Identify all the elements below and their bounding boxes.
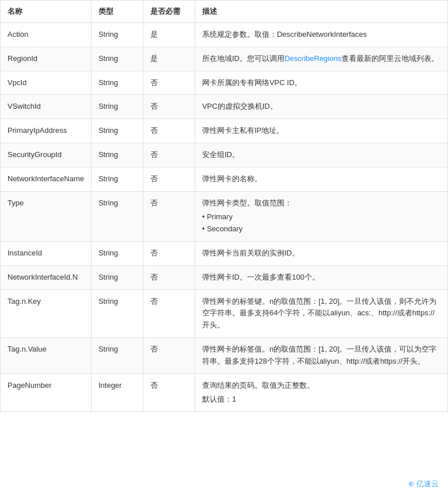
cell-name: RegionId (1, 47, 92, 71)
list-item: Secondary (202, 223, 441, 235)
params-table: 名称 类型 是否必需 描述 ActionString是系统规定参数。取值：Des… (0, 0, 448, 412)
cell-required: 否 (143, 241, 195, 265)
cell-name: InstanceId (1, 241, 92, 265)
cell-desc: 系统规定参数。取值：DescribeNetworkInterfaces (195, 23, 447, 47)
cell-required: 否 (143, 265, 195, 289)
cell-desc: 弹性网卡的标签键。n的取值范围：[1, 20]。一旦传入该值，则不允许为空字符串… (195, 289, 447, 337)
header-type: 类型 (91, 1, 143, 23)
cell-type: String (91, 289, 143, 337)
cell-name: SecurityGroupId (1, 143, 92, 167)
table-row: Tag.n.KeyString否弹性网卡的标签键。n的取值范围：[1, 20]。… (1, 289, 448, 337)
cell-name: Tag.n.Value (1, 337, 92, 373)
cell-desc: 弹性网卡主私有IP地址。 (195, 119, 447, 143)
cell-name: NetworkInterfaceName (1, 167, 92, 191)
cell-type: String (91, 23, 143, 47)
header-desc: 描述 (195, 1, 447, 23)
cell-type: String (91, 241, 143, 265)
desc-list: PrimarySecondary (202, 211, 441, 235)
table-row: SecurityGroupIdString否安全组ID。 (1, 143, 448, 167)
cell-desc: 网卡所属的专有网络VPC ID。 (195, 71, 447, 95)
api-params-table-container: 名称 类型 是否必需 描述 ActionString是系统规定参数。取值：Des… (0, 0, 448, 496)
cell-type: String (91, 71, 143, 95)
cell-type: String (91, 47, 143, 71)
cell-type: String (91, 95, 143, 119)
desc-link[interactable]: DescribeRegions (284, 54, 341, 63)
table-row: Tag.n.ValueString否弹性网卡的标签值。n的取值范围：[1, 20… (1, 337, 448, 373)
cell-desc: 所在地域ID。您可以调用DescribeRegions查看最新的阿里云地域列表。 (195, 47, 447, 71)
cell-required: 是 (143, 23, 195, 47)
table-row: NetworkInterfaceId.NString否弹性网卡ID。一次最多查看… (1, 265, 448, 289)
cell-required: 否 (143, 143, 195, 167)
table-row: RegionIdString是所在地域ID。您可以调用DescribeRegio… (1, 47, 448, 71)
cell-desc: 安全组ID。 (195, 143, 447, 167)
cell-required: 否 (143, 167, 195, 191)
cell-desc: 弹性网卡的标签值。n的取值范围：[1, 20]。一旦传入该值，可以为空字符串。最… (195, 337, 447, 373)
cell-name: PageNumber (1, 373, 92, 412)
header-required: 是否必需 (143, 1, 195, 23)
cell-required: 否 (143, 289, 195, 337)
cell-name: PrimaryIpAddress (1, 119, 92, 143)
table-header-row: 名称 类型 是否必需 描述 (1, 1, 448, 23)
cell-type: String (91, 119, 143, 143)
cell-required: 否 (143, 119, 195, 143)
cell-name: Type (1, 191, 92, 241)
cell-name: VSwitchId (1, 95, 92, 119)
cell-name: Action (1, 23, 92, 47)
cell-required: 否 (143, 337, 195, 373)
cell-desc: 弹性网卡的名称。 (195, 167, 447, 191)
desc-text: 所在地域ID。您可以调用 (202, 54, 284, 63)
cell-name: NetworkInterfaceId.N (1, 265, 92, 289)
cell-type: Integer (91, 373, 143, 412)
cell-required: 否 (143, 71, 195, 95)
cell-desc: 弹性网卡当前关联的实例ID。 (195, 241, 447, 265)
cell-desc: 弹性网卡类型。取值范围：PrimarySecondary (195, 191, 447, 241)
table-row: PageNumberInteger否查询结果的页码。取值为正整数。默认值：1 (1, 373, 448, 412)
table-row: VSwitchIdString否VPC的虚拟交换机ID。 (1, 95, 448, 119)
cell-name: Tag.n.Key (1, 289, 92, 337)
cell-desc: 弹性网卡ID。一次最多查看100个。 (195, 265, 447, 289)
cell-type: String (91, 337, 143, 373)
watermark: ⊕ 亿速云 (408, 479, 439, 489)
cell-desc: VPC的虚拟交换机ID。 (195, 95, 447, 119)
desc-text: 弹性网卡类型。取值范围： (202, 199, 292, 207)
cell-type: String (91, 265, 143, 289)
cell-required: 是 (143, 47, 195, 71)
cell-type: String (91, 143, 143, 167)
desc-text: 查询结果的页码。取值为正整数。 (202, 380, 441, 392)
cell-required: 否 (143, 191, 195, 241)
cell-name: VpcId (1, 71, 92, 95)
cell-type: String (91, 167, 143, 191)
table-row: VpcIdString否网卡所属的专有网络VPC ID。 (1, 71, 448, 95)
desc-text-after: 查看最新的阿里云地域列表。 (341, 54, 439, 63)
desc-text-2: 默认值：1 (202, 394, 441, 406)
header-name: 名称 (1, 1, 92, 23)
cell-desc: 查询结果的页码。取值为正整数。默认值：1 (195, 373, 447, 412)
list-item: Primary (202, 211, 441, 223)
table-row: PrimaryIpAddressString否弹性网卡主私有IP地址。 (1, 119, 448, 143)
cell-required: 否 (143, 373, 195, 412)
table-row: InstanceIdString否弹性网卡当前关联的实例ID。 (1, 241, 448, 265)
table-row: ActionString是系统规定参数。取值：DescribeNetworkIn… (1, 23, 448, 47)
table-row: TypeString否弹性网卡类型。取值范围：PrimarySecondary (1, 191, 448, 241)
cell-type: String (91, 191, 143, 241)
table-row: NetworkInterfaceNameString否弹性网卡的名称。 (1, 167, 448, 191)
cell-required: 否 (143, 95, 195, 119)
